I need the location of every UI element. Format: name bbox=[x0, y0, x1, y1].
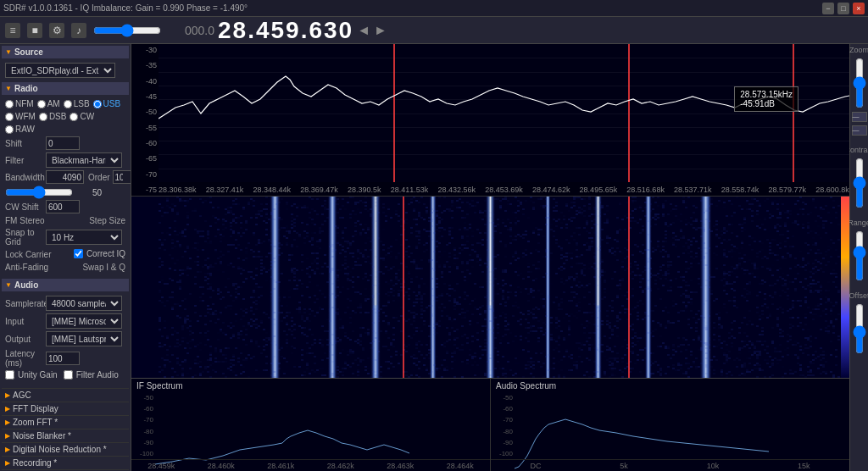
freq-main: 28.459.630 bbox=[218, 17, 353, 44]
fft-y-axis: -30 -35 -40 -45 -50 -55 -60 -65 -70 -75 bbox=[131, 44, 159, 196]
input-select[interactable]: [MME] Microsoft Soun... bbox=[46, 313, 122, 329]
antifading-swap-row: Anti-Fading Swap I & Q bbox=[5, 263, 125, 272]
squelch-row: 50 bbox=[5, 186, 125, 198]
contrast-slider[interactable] bbox=[853, 158, 866, 208]
source-content: ExtIO_SDRplay.dl - ExtIO_SDRplay.dli bbox=[2, 60, 129, 80]
snap-row: Snap to Grid 10 Hz bbox=[5, 228, 125, 247]
range-slider[interactable] bbox=[853, 230, 866, 281]
shift-row: Shift bbox=[5, 136, 125, 150]
correct-iq-label: Correct IQ bbox=[86, 249, 125, 258]
sidebar: ▼ Source ExtIO_SDRplay.dl - ExtIO_SDRpla… bbox=[0, 44, 131, 471]
noise-blanker-item[interactable]: ▶ Noise Blanker * bbox=[2, 429, 129, 442]
squelch-slider[interactable] bbox=[5, 186, 73, 198]
snap-select[interactable]: 10 Hz bbox=[46, 230, 122, 245]
close-button[interactable]: × bbox=[853, 3, 865, 14]
swap-iq-label: Swap I & Q bbox=[82, 263, 125, 272]
samplerate-label: Samplerate bbox=[5, 299, 43, 308]
bottom-panels: IF Spectrum -50 -60 -70 -80 -90 -100 bbox=[131, 378, 849, 471]
main-layout: ▼ Source ExtIO_SDRplay.dl - ExtIO_SDRpla… bbox=[0, 44, 868, 471]
offset-slider[interactable] bbox=[853, 303, 866, 354]
audio-spectrum-canvas: -50 -60 -70 -80 -90 -100 bbox=[491, 392, 849, 459]
samplerate-select[interactable]: 48000 sample/sec bbox=[46, 296, 122, 311]
menu-icon[interactable]: ≡ bbox=[5, 23, 20, 38]
spectrum-main: -30 -35 -40 -45 -50 -55 -60 -65 -70 -75 bbox=[131, 44, 849, 471]
freq-scroll[interactable] bbox=[93, 24, 161, 37]
waterfall-display[interactable] bbox=[131, 197, 849, 378]
recording-item[interactable]: ▶ Recording * bbox=[2, 456, 129, 469]
radio-arrow: ▼ bbox=[5, 85, 12, 92]
bandwidth-row: Bandwidth Order bbox=[5, 170, 125, 184]
audio-icon[interactable]: ♪ bbox=[71, 23, 86, 38]
cw-shift-label: CW Shift bbox=[5, 202, 43, 212]
settings-icon[interactable]: ⚙ bbox=[49, 23, 64, 38]
audio-label: Audio bbox=[14, 280, 38, 290]
radio-usb[interactable]: USB bbox=[93, 99, 121, 108]
radio-raw[interactable]: RAW bbox=[5, 125, 35, 134]
zoom-fft-caret: ▶ bbox=[5, 418, 10, 426]
radio-am[interactable]: AM bbox=[37, 99, 60, 108]
cw-shift-row: CW Shift bbox=[5, 200, 125, 213]
radio-section-header[interactable]: ▼ Radio bbox=[2, 82, 129, 95]
source-section-header[interactable]: ▼ Source bbox=[2, 46, 129, 58]
dnr-item[interactable]: ▶ Digital Noise Reduction * bbox=[2, 442, 129, 456]
zoom-fft-item[interactable]: ▶ Zoom FFT * bbox=[2, 415, 129, 429]
cw-shift-input[interactable] bbox=[46, 200, 80, 213]
fft-display-item[interactable]: ▶ FFT Display bbox=[2, 402, 129, 415]
filter-select[interactable]: Blackman-Harris 4 bbox=[46, 152, 122, 168]
frequency-display: 000.0 28.459.630 ◄ ► bbox=[185, 17, 387, 44]
stop-button[interactable]: ■ bbox=[27, 23, 42, 38]
audio-section-header[interactable]: ▼ Audio bbox=[2, 279, 129, 291]
radio-lsb[interactable]: LSB bbox=[64, 99, 90, 108]
latency-label: Latency (ms) bbox=[5, 349, 43, 368]
source-device-select[interactable]: ExtIO_SDRplay.dl - ExtIO_SDRplay.dli bbox=[5, 63, 115, 78]
agc-item[interactable]: ▶ AGC bbox=[2, 388, 129, 402]
bandwidth-input[interactable] bbox=[46, 170, 84, 184]
latency-input[interactable] bbox=[46, 352, 80, 365]
recording-caret: ▶ bbox=[5, 459, 10, 467]
noise-blanker-label: Noise Blanker * bbox=[13, 431, 71, 441]
fm-stereo-label: FM Stereo bbox=[5, 216, 86, 225]
audio-spectrum-title: Audio Spectrum bbox=[496, 381, 556, 391]
radio-content: NFM AM LSB USB WFM DSB CW RAW Shift Filt… bbox=[2, 97, 129, 277]
radio-dsb[interactable]: DSB bbox=[39, 112, 67, 121]
order-label: Order bbox=[88, 173, 110, 182]
output-select[interactable]: [MME] Lautsprecher (... bbox=[46, 331, 122, 346]
dnr-label: Digital Noise Reduction * bbox=[13, 445, 107, 454]
filter-audio-row: Filter Audio bbox=[64, 370, 119, 380]
lock-correct-row: Lock Carrier Correct IQ bbox=[5, 249, 125, 260]
zoom-slider[interactable] bbox=[853, 58, 866, 108]
order-input[interactable] bbox=[113, 170, 131, 184]
radio-nfm[interactable]: NFM bbox=[5, 99, 34, 108]
radio-wfm[interactable]: WFM bbox=[5, 112, 36, 121]
fft-display-label: FFT Display bbox=[13, 404, 58, 413]
maximize-button[interactable]: □ bbox=[837, 3, 849, 14]
zoom-btn-2[interactable]: — bbox=[852, 125, 867, 136]
shift-input[interactable] bbox=[46, 136, 80, 150]
agc-caret: ▶ bbox=[5, 391, 10, 399]
freq-left-arrow[interactable]: ◄ bbox=[357, 23, 370, 38]
fft-spectrum-svg bbox=[159, 44, 849, 182]
squelch-value: 50 bbox=[76, 188, 102, 197]
radio-mode-group: NFM AM LSB USB WFM DSB CW RAW bbox=[5, 99, 125, 134]
radio-cw[interactable]: CW bbox=[70, 112, 94, 121]
freq-right-arrow[interactable]: ► bbox=[374, 23, 387, 38]
minimize-button[interactable]: − bbox=[822, 3, 834, 14]
zoom-btn-1[interactable]: — bbox=[852, 112, 867, 122]
zoom-label: Zoom bbox=[849, 46, 868, 54]
filter-audio-label: Filter Audio bbox=[76, 370, 119, 380]
correct-iq-checkbox[interactable] bbox=[74, 249, 83, 258]
agc-label: AGC bbox=[13, 391, 31, 400]
titlebar: SDR# v1.0.0.1361 - IQ Imbalance: Gain = … bbox=[0, 0, 868, 17]
filter-row: Filter Blackman-Harris 4 bbox=[5, 152, 125, 168]
toolbar: ≡ ■ ⚙ ♪ 000.0 28.459.630 ◄ ► bbox=[0, 17, 868, 44]
filter-audio-checkbox[interactable] bbox=[64, 370, 73, 380]
unity-filter-row: Unity Gain Filter Audio bbox=[5, 370, 125, 381]
audio-spectrum-x-axis: DC 5k 10k 15k bbox=[491, 459, 849, 471]
unity-gain-checkbox[interactable] bbox=[5, 370, 14, 380]
if-spectrum-canvas: -50 -60 -70 -80 -90 -100 bbox=[131, 392, 490, 459]
window-controls: − □ × bbox=[822, 3, 865, 14]
fft-display[interactable]: -30 -35 -40 -45 -50 -55 -60 -65 -70 -75 bbox=[131, 44, 849, 197]
input-label: Input bbox=[5, 317, 43, 326]
snap-label: Snap to Grid bbox=[5, 228, 43, 247]
latency-row: Latency (ms) bbox=[5, 349, 125, 368]
